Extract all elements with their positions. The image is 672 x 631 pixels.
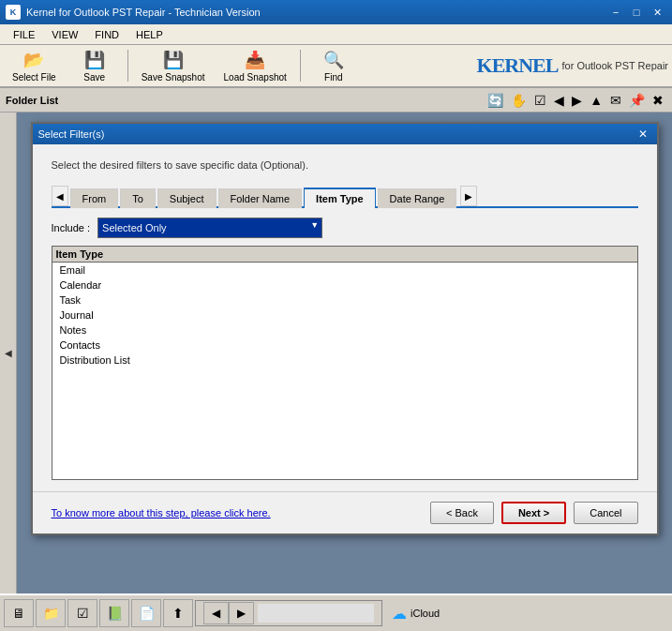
list-item-journal[interactable]: Journal [52,308,637,323]
main-area: ◀ Select Filter(s) ✕ Select the desired … [0,113,672,593]
save-icon: 💾 [84,50,105,70]
taskbar-btn-5[interactable]: 📄 [131,599,161,627]
menu-view[interactable]: VIEW [44,27,85,42]
help-link[interactable]: To know more about this step, please cli… [52,507,271,518]
folder-list-title: Folder List [6,95,485,106]
maximize-button[interactable]: □ [627,4,646,21]
folder-bar-icons: 🔄 ✋ ☑ ◀ ▶ ▲ ✉ 📌 ✖ [485,92,666,109]
back-icon[interactable]: ◀ [551,92,567,109]
tab-date-range[interactable]: Date Range [378,188,457,208]
brand-sub: for Outlook PST Repair [561,60,668,71]
select-file-icon: 📂 [23,50,44,70]
folder-bar: Folder List 🔄 ✋ ☑ ◀ ▶ ▲ ✉ 📌 ✖ [0,88,672,113]
taskbar-btn-6[interactable]: ⬆ [163,599,193,627]
save-button[interactable]: 💾 Save [67,47,123,84]
list-item-email[interactable]: Email [52,263,637,278]
save-snapshot-icon: 💾 [163,50,184,70]
dialog-footer: To know more about this step, please cli… [33,491,657,533]
tab-folder-name[interactable]: Folder Name [218,188,303,208]
save-snapshot-label: Save Snapshot [142,72,205,83]
list-col-header: Item Type [56,248,521,260]
include-select-wrapper: Selected Only All Items None [97,218,322,238]
find-label: Find [324,72,342,83]
minimize-button[interactable]: − [606,4,625,21]
fwd-icon[interactable]: ▶ [569,92,585,109]
tab-nav-left[interactable]: ◀ [52,186,68,206]
tab-subject[interactable]: Subject [157,188,217,208]
unpin-icon[interactable]: ✖ [650,92,666,109]
select-file-button[interactable]: 📂 Select File [4,47,65,84]
envelope-icon[interactable]: ✉ [607,92,624,109]
include-row: Include : Selected Only All Items None [52,218,638,238]
dialog-titlebar: Select Filter(s) ✕ [33,124,657,144]
cancel-button[interactable]: Cancel [574,502,637,524]
toolbar: 📂 Select File 💾 Save 💾 Save Snapshot 📥 L… [0,45,672,88]
icloud-icon: ☁ [392,605,407,623]
taskbar-btn-1[interactable]: 🖥 [4,599,34,627]
list-item-distribution-list[interactable]: Distribution List [52,353,637,368]
footer-buttons: < Back Next > Cancel [430,502,638,524]
load-snapshot-button[interactable]: 📥 Load Snapshot [216,47,295,84]
menu-help[interactable]: HELP [128,27,171,42]
dialog-title: Select Filter(s) [38,128,105,140]
dialog-close-button[interactable]: ✕ [635,127,651,142]
up-icon[interactable]: ▲ [587,92,605,109]
taskbar-window-title [258,604,374,623]
save-snapshot-button[interactable]: 💾 Save Snapshot [133,47,214,84]
tab-strip: ◀ From To Subject Folder Name Item Type … [52,186,638,208]
next-button[interactable]: Next > [501,502,566,524]
tab-item-type[interactable]: Item Type [304,188,376,208]
taskbar-btn-2[interactable]: 📁 [36,599,66,627]
menu-find[interactable]: FIND [87,27,127,42]
dialog-instruction: Select the desired filters to save speci… [52,159,638,171]
load-snapshot-icon: 📥 [245,50,265,70]
menu-file[interactable]: FILE [6,27,42,42]
title-text: Kernel for Outlook PST Repair - Technici… [26,7,606,18]
sidebar-arrow[interactable]: ◀ [5,348,12,358]
nav-arrow-left[interactable]: ◀ [203,602,229,624]
include-select[interactable]: Selected Only All Items None [97,218,322,238]
taskbar-btn-4[interactable]: 📗 [99,599,129,627]
close-button[interactable]: ✕ [648,4,666,21]
select-file-label: Select File [12,72,56,83]
dialog: Select Filter(s) ✕ Select the desired fi… [31,122,659,535]
nav-arrows: ◀ ▶ [203,602,254,624]
find-icon: 🔍 [323,50,344,70]
toolbar-sep-1 [127,50,128,82]
taskbar-btn-3[interactable]: ☑ [67,599,97,627]
tab-from[interactable]: From [70,188,119,208]
menu-bar: FILE VIEW FIND HELP [0,24,672,45]
app-icon: K [6,5,21,20]
toolbar-sep-2 [300,50,301,82]
taskbar-window[interactable]: ◀ ▶ [195,600,382,626]
save-label: Save [83,72,105,83]
list-item-task[interactable]: Task [52,293,637,308]
list-header: Item Type [52,247,637,263]
brand-area: KERNEL for Outlook PST Repair [477,53,668,78]
pin-icon[interactable]: 📌 [626,92,648,109]
include-label: Include : [52,222,91,233]
back-button[interactable]: < Back [430,502,494,524]
tab-to[interactable]: To [120,188,156,208]
dialog-container: Select Filter(s) ✕ Select the desired fi… [17,113,672,593]
stop-icon[interactable]: ✋ [508,92,530,109]
left-sidebar: ◀ [0,113,17,593]
list-item-notes[interactable]: Notes [52,323,637,338]
brand-logo: KERNEL [477,53,559,78]
nav-arrow-right[interactable]: ▶ [229,602,254,624]
check-icon[interactable]: ☑ [531,92,549,109]
taskbar-icloud[interactable]: ☁ iCloud [384,605,447,623]
load-snapshot-label: Load Snapshot [224,72,287,83]
window-controls: − □ ✕ [606,4,666,21]
list-item-calendar[interactable]: Calendar [52,278,637,293]
tab-nav-right[interactable]: ▶ [460,186,477,206]
title-bar: K Kernel for Outlook PST Repair - Techni… [0,0,672,24]
icloud-label: iCloud [411,608,440,619]
item-type-list[interactable]: Item Type Email Calendar Task Journal No… [52,246,638,480]
taskbar: 🖥 📁 ☑ 📗 📄 ⬆ ◀ ▶ ☁ iCloud [0,593,672,631]
dialog-body: Select the desired filters to save speci… [33,144,657,491]
refresh-icon[interactable]: 🔄 [485,92,506,109]
list-col-extra [521,248,634,260]
list-item-contacts[interactable]: Contacts [52,338,637,353]
find-button[interactable]: 🔍 Find [306,47,362,84]
